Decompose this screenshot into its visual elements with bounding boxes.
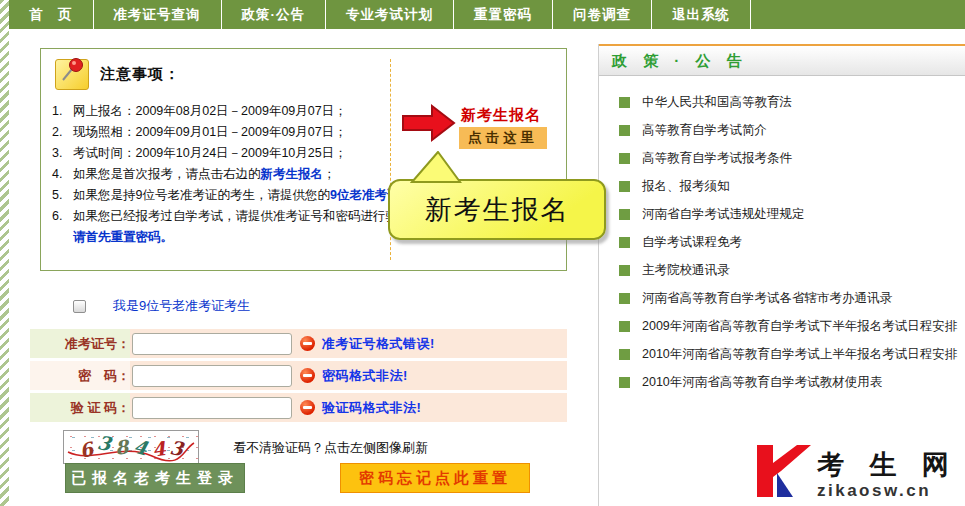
password-input[interactable] bbox=[132, 365, 292, 387]
registered-candidate-login-button[interactable]: 已报名老考生登录 bbox=[65, 463, 245, 493]
nav-item-reset-password[interactable]: 重置密码 bbox=[454, 0, 553, 29]
notice-item-6: 6. 如果您已经报考过自学考试，请提供准考证号和密码进行验证。 bbox=[49, 206, 394, 227]
square-bullet-icon bbox=[619, 349, 630, 360]
sidebar-item-2010-schedule[interactable]: 2010年河南省高等教育自学考试上半年报名考试日程安排 bbox=[599, 340, 965, 368]
notice-header: 注意事项： bbox=[55, 59, 180, 90]
password-error: 密码格式非法! bbox=[322, 367, 408, 385]
notice-item-number: 6. bbox=[49, 206, 73, 227]
square-bullet-icon bbox=[619, 181, 630, 192]
notice-title: 注意事项： bbox=[100, 65, 180, 84]
sidebar-item-2009-schedule[interactable]: 2009年河南省高等教育自学考试下半年报名考试日程安排 bbox=[599, 312, 965, 340]
notice-item-number: 2. bbox=[49, 122, 73, 143]
new-candidate-link[interactable]: 新考生报名 bbox=[261, 167, 324, 181]
sidebar-list: 中华人民共和国高等教育法 高等教育自学考试简介 高等教育自学考试报考条件 报名、… bbox=[599, 76, 965, 396]
sidebar-item-label: 2010年河南省高等教育自学考试上半年报名考试日程安排 bbox=[642, 346, 957, 363]
login-form: 准考证号： 准考证号格式错误! 密 码： 密码格式非法! 验 证 码： bbox=[30, 329, 567, 425]
sidebar-item-2010-textbooks[interactable]: 2010年河南省高等教育自学考试教材使用表 bbox=[599, 368, 965, 396]
captcha-row: 验 证 码： 验证码格式非法! bbox=[30, 393, 567, 422]
sidebar-item-label: 2010年河南省高等教育自学考试教材使用表 bbox=[642, 374, 882, 391]
logo-texts: 考 生 网 zikaosw.cn bbox=[817, 449, 958, 500]
square-bullet-icon bbox=[619, 153, 630, 164]
page: 首 页 准考证号查询 政策·公告 专业考试计划 重置密码 问卷调查 退出系统 注… bbox=[0, 0, 965, 506]
notice-item-text-pre: 如果您是首次报考，请点击右边的 bbox=[73, 167, 261, 181]
old-ticket-checkbox-row: 我是9位号老准考证考生 bbox=[73, 297, 250, 315]
square-bullet-icon bbox=[619, 237, 630, 248]
square-bullet-icon bbox=[619, 209, 630, 220]
sidebar-title: 政 策 · 公 告 bbox=[599, 44, 965, 76]
sidebar-item-exam-intro[interactable]: 高等教育自学考试简介 bbox=[599, 116, 965, 144]
sidebar-item-college-directory[interactable]: 主考院校通讯录 bbox=[599, 256, 965, 284]
old-ticket-checkbox[interactable] bbox=[73, 300, 86, 313]
ticket-number-row: 准考证号： 准考证号格式错误! bbox=[30, 329, 567, 358]
old-ticket-checkbox-label[interactable]: 我是9位号老准考证考生 bbox=[113, 297, 250, 315]
click-here-button[interactable]: 点击这里 bbox=[459, 127, 547, 149]
notice-item-text: 网上报名：2009年08月02日－2009年09月07日； bbox=[73, 101, 347, 122]
ticket-number-input[interactable] bbox=[132, 333, 292, 355]
nav-item-logout[interactable]: 退出系统 bbox=[652, 0, 751, 29]
red-arrow-icon[interactable] bbox=[402, 103, 456, 143]
notice-item-4: 4. 如果您是首次报考，请点击右边的新考生报名； bbox=[49, 164, 394, 185]
bubble-tail bbox=[410, 151, 462, 183]
error-icon bbox=[300, 368, 315, 383]
sidebar-item-course-exemption[interactable]: 自学考试课程免考 bbox=[599, 228, 965, 256]
password-label: 密 码： bbox=[78, 367, 130, 385]
square-bullet-icon bbox=[619, 321, 630, 332]
logo-domain-text: zikaosw.cn bbox=[817, 481, 958, 500]
captcha-input[interactable] bbox=[132, 397, 292, 419]
sidebar-item-label: 高等教育自学考试报考条件 bbox=[642, 150, 792, 167]
left-stripe-decoration bbox=[0, 0, 9, 506]
square-bullet-icon bbox=[619, 293, 630, 304]
captcha-label-cell: 验 证 码： bbox=[30, 393, 130, 422]
square-bullet-icon bbox=[619, 377, 630, 388]
new-candidate-register-label[interactable]: 新考生报名 bbox=[461, 106, 541, 125]
nav-item-exam-plan[interactable]: 专业考试计划 bbox=[326, 0, 454, 29]
notice-item-text: 考试时间：2009年10月24日－2009年10月25日； bbox=[73, 143, 347, 164]
ticket-number-label-cell: 准考证号： bbox=[30, 329, 130, 358]
pushpin-note-icon bbox=[55, 59, 89, 90]
captcha-input-cell: 验证码格式非法! bbox=[130, 393, 567, 422]
notice-item-number: 5. bbox=[49, 185, 73, 206]
notice-item-3: 3. 考试时间：2009年10月24日－2009年10月25日； bbox=[49, 143, 394, 164]
logo-k-icon bbox=[756, 442, 812, 500]
sidebar-item-education-law[interactable]: 中华人民共和国高等教育法 bbox=[599, 88, 965, 116]
notice-item-5: 5. 如果您是持9位号老准考证的考生，请提供您的9位老准考证号 bbox=[49, 185, 394, 206]
notice-item-number: 1. bbox=[49, 101, 73, 122]
sidebar-item-label: 河南省高等教育自学考试各省辖市考办通讯录 bbox=[642, 290, 892, 307]
error-icon bbox=[300, 336, 315, 351]
notice-item-number: 4. bbox=[49, 164, 73, 185]
sidebar-item-city-office-directory[interactable]: 河南省高等教育自学考试各省辖市考办通讯录 bbox=[599, 284, 965, 312]
zikaosw-logo: 考 生 网 zikaosw.cn bbox=[756, 442, 958, 500]
nav-item-survey[interactable]: 问卷调查 bbox=[553, 0, 652, 29]
ticket-number-error: 准考证号格式错误! bbox=[322, 335, 435, 353]
notice-item-number: 3. bbox=[49, 143, 73, 164]
notice-item-text: 如果您是持9位号老准考证的考生，请提供您的9位老准考证号 bbox=[73, 185, 412, 206]
sidebar-item-violation-rules[interactable]: 河南省自学考试违规处理规定 bbox=[599, 200, 965, 228]
sidebar-item-label: 主考院校通讯录 bbox=[642, 262, 730, 279]
captcha-error: 验证码格式非法! bbox=[322, 399, 421, 417]
sidebar-item-registration-notes[interactable]: 报名、报考须知 bbox=[599, 172, 965, 200]
reset-password-first-link[interactable]: 请首先重置密码。 bbox=[73, 227, 394, 248]
sidebar-item-label: 河南省自学考试违规处理规定 bbox=[642, 206, 805, 223]
policy-sidebar: 政 策 · 公 告 中华人民共和国高等教育法 高等教育自学考试简介 高等教育自学… bbox=[598, 44, 965, 506]
notice-item-1: 1. 网上报名：2009年08月02日－2009年09月07日； bbox=[49, 101, 394, 122]
sidebar-item-exam-conditions[interactable]: 高等教育自学考试报考条件 bbox=[599, 144, 965, 172]
captcha-digit: 8 bbox=[114, 435, 129, 458]
nav-item-home[interactable]: 首 页 bbox=[9, 0, 94, 29]
password-row: 密 码： 密码格式非法! bbox=[30, 361, 567, 390]
sidebar-item-label: 报名、报考须知 bbox=[642, 178, 730, 195]
forgot-password-reset-button[interactable]: 密码忘记点此重置 bbox=[340, 463, 530, 493]
nav-item-ticket-query[interactable]: 准考证号查询 bbox=[94, 0, 222, 29]
nav-item-policy[interactable]: 政策·公告 bbox=[222, 0, 327, 29]
captcha-digit: 4 bbox=[151, 437, 167, 461]
error-icon bbox=[300, 400, 315, 415]
captcha-image[interactable]: 6 3 8 4 4 3 bbox=[63, 430, 199, 464]
square-bullet-icon bbox=[619, 97, 630, 108]
bubble-text: 新考生报名 bbox=[425, 192, 570, 228]
password-label-cell: 密 码： bbox=[30, 361, 130, 390]
ticket-number-label: 准考证号： bbox=[65, 335, 130, 353]
password-input-cell: 密码格式非法! bbox=[130, 361, 567, 390]
sidebar-item-label: 中华人民共和国高等教育法 bbox=[642, 94, 792, 111]
notice-item-text: 如果您已经报考过自学考试，请提供准考证号和密码进行验证。 bbox=[73, 206, 423, 227]
logo-chinese-text: 考 生 网 bbox=[817, 449, 958, 481]
sidebar-item-label: 自学考试课程免考 bbox=[642, 234, 742, 251]
